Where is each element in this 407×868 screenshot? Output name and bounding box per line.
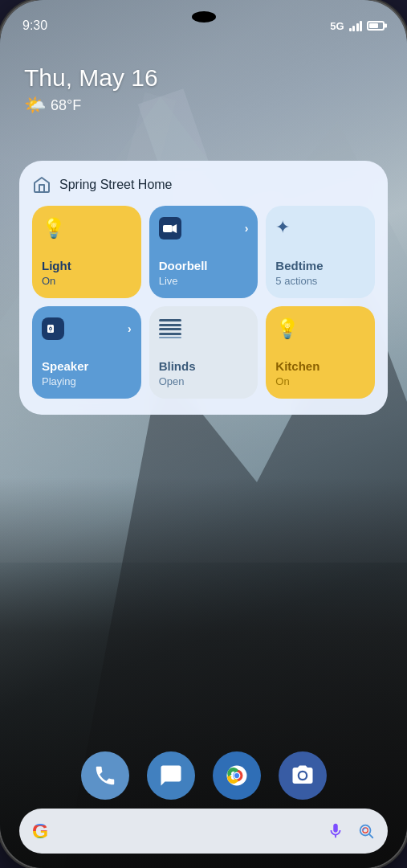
dock-camera[interactable] [279,751,327,800]
status-icons: 5G [330,20,385,32]
kitchen-sublabel: On [275,375,365,387]
widget-header: Spring Street Home [32,175,375,194]
speaker-icon [42,317,64,340]
doorbell-chevron: › [245,222,249,235]
device-card-kitchen[interactable]: 💡 Kitchen On [266,306,375,399]
svg-point-10 [50,330,51,331]
bedtime-sublabel: 5 actions [275,275,365,287]
device-card-light[interactable]: 💡 Light On [32,206,141,298]
weather-row: 🌤️ 68°F [24,95,158,116]
dock-chrome[interactable] [213,751,261,800]
svg-point-9 [50,326,51,326]
search-bar[interactable]: G [19,809,388,854]
device-card-bedtime[interactable]: ✦ Bedtime 5 actions [266,206,375,298]
blinds-info: Blinds Open [159,353,249,387]
network-type: 5G [330,20,344,32]
blinds-label: Blinds [159,359,249,374]
svg-point-8 [50,328,51,330]
bedtime-label: Bedtime [275,259,365,273]
camera-notch [192,11,216,23]
card-icon-row: ✦ [275,217,365,238]
doorbell-sublabel: Live [159,275,249,287]
smart-home-widget: Spring Street Home 💡 Light On [19,161,388,415]
device-card-blinds[interactable]: Blinds Open [149,306,258,399]
light-icon: 💡 [42,217,66,240]
lens-icon[interactable] [357,822,375,840]
widget-title: Spring Street Home [59,178,173,192]
status-bar: 9:30 5G [0,0,407,42]
dock-phone[interactable] [81,751,129,800]
camera-icon [159,217,181,240]
kitchen-label: Kitchen [275,359,365,374]
svg-rect-4 [163,225,173,232]
card-icon-row: › [159,217,249,240]
light-info: Light On [42,252,132,287]
kitchen-info: Kitchen On [275,353,365,387]
wallpaper [0,0,407,868]
device-card-speaker[interactable]: › Speaker Playing [32,306,141,399]
phone-frame: 9:30 5G Thu, May 16 🌤️ 68°F [0,0,407,868]
home-icon [32,175,51,194]
card-icon-row: 💡 [42,217,132,240]
blinds-sublabel: Open [159,375,249,387]
weather-icon: 🌤️ [24,95,46,116]
date-display: Thu, May 16 [24,64,158,92]
dock-messages[interactable] [147,751,195,800]
speaker-info: Speaker Playing [42,353,132,387]
kitchen-light-icon: 💡 [275,317,299,340]
card-icon-row: › [42,317,132,340]
speaker-label: Speaker [42,359,132,374]
signal-icon [349,20,363,31]
bedtime-info: Bedtime 5 actions [275,252,365,287]
light-sublabel: On [42,275,132,287]
light-label: Light [42,259,132,273]
svg-marker-5 [172,224,176,233]
mic-icon[interactable] [327,822,344,840]
phone-screen: 9:30 5G Thu, May 16 🌤️ 68°F [0,0,407,868]
status-time: 9:30 [22,18,47,33]
card-icon-row [159,317,249,340]
google-logo: G [32,819,48,844]
card-icon-row: 💡 [275,317,365,340]
device-card-doorbell[interactable]: › Doorbell Live [149,206,258,298]
speaker-chevron: › [128,322,132,335]
battery-icon [367,21,385,31]
blinds-icon [159,317,181,340]
temperature-display: 68°F [51,97,81,114]
bedtime-icon: ✦ [275,217,290,238]
svg-point-14 [234,773,238,778]
device-grid: 💡 Light On [32,206,375,399]
doorbell-label: Doorbell [159,259,249,273]
doorbell-info: Doorbell Live [159,252,249,287]
speaker-sublabel: Playing [42,375,132,387]
date-weather: Thu, May 16 🌤️ 68°F [24,64,158,116]
app-dock [81,751,327,800]
